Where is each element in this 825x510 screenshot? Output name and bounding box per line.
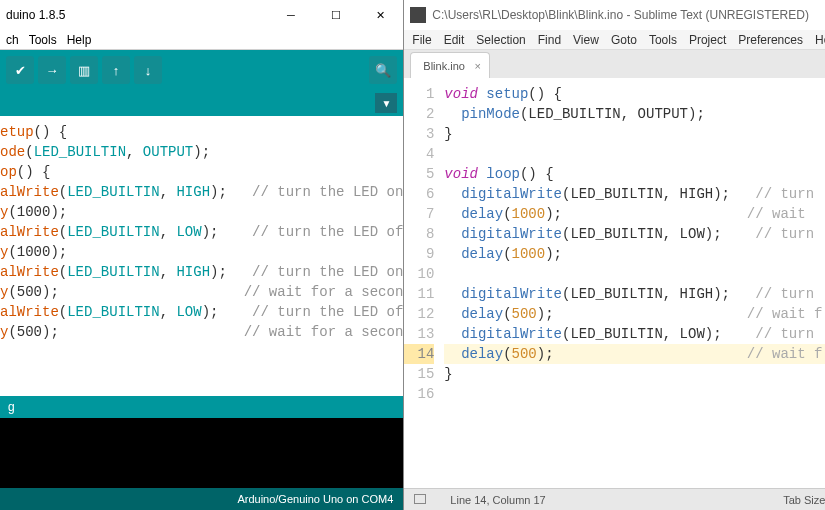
line-number[interactable]: 16 bbox=[404, 384, 434, 404]
tab-blink[interactable]: Blink.ino × bbox=[410, 52, 490, 78]
code-line[interactable] bbox=[444, 264, 825, 284]
line-number[interactable]: 5 bbox=[404, 164, 434, 184]
code-line[interactable]: } bbox=[444, 364, 825, 384]
line-number[interactable]: 12 bbox=[404, 304, 434, 324]
verify-button[interactable]: ✔ bbox=[6, 56, 34, 84]
tab-close-icon[interactable]: × bbox=[474, 60, 480, 72]
code-line[interactable]: ode(LED_BUILTIN, OUTPUT); bbox=[0, 142, 403, 162]
open-button[interactable]: ↑ bbox=[102, 56, 130, 84]
save-button[interactable]: ↓ bbox=[134, 56, 162, 84]
code-line[interactable]: alWrite(LED_BUILTIN, LOW); // turn the L… bbox=[0, 302, 403, 322]
menu-goto[interactable]: Goto bbox=[611, 33, 637, 47]
sublime-tabbar: Blink.ino × bbox=[404, 50, 825, 78]
code-line[interactable]: pinMode(LED_BUILTIN, OUTPUT); bbox=[444, 104, 825, 124]
code-line[interactable]: } bbox=[444, 124, 825, 144]
code-line[interactable]: delay(500); // wait f bbox=[444, 304, 825, 324]
arduino-footer: Arduino/Genuino Uno on COM4 bbox=[0, 488, 403, 510]
arduino-board-info: Arduino/Genuino Uno on COM4 bbox=[237, 493, 393, 505]
arduino-tabbar: ▼ bbox=[0, 90, 403, 116]
sublime-logo-icon bbox=[410, 7, 426, 23]
line-gutter[interactable]: 12345678910111213141516 bbox=[404, 78, 444, 488]
sublime-editor[interactable]: 12345678910111213141516 void setup() { p… bbox=[404, 78, 825, 488]
line-number[interactable]: 10 bbox=[404, 264, 434, 284]
arduino-toolbar: ✔ → ▥ ↑ ↓ 🔍 bbox=[0, 50, 403, 90]
close-icon[interactable]: ✕ bbox=[358, 0, 403, 30]
arduino-console[interactable] bbox=[0, 418, 403, 488]
menu-edit[interactable]: Edit bbox=[444, 33, 465, 47]
code-line[interactable]: y(500); // wait for a secon bbox=[0, 322, 403, 342]
sublime-titlebar[interactable]: C:\Users\RL\Desktop\Blink\Blink.ino - Su… bbox=[404, 0, 825, 30]
line-number[interactable]: 9 bbox=[404, 244, 434, 264]
arduino-window: duino 1.8.5 ─ ☐ ✕ chToolsHelp ✔ → ▥ ↑ ↓ … bbox=[0, 0, 404, 510]
minimize-icon[interactable]: ─ bbox=[268, 0, 313, 30]
menu-preferences[interactable]: Preferences bbox=[738, 33, 803, 47]
code-line[interactable]: void loop() { bbox=[444, 164, 825, 184]
menu-view[interactable]: View bbox=[573, 33, 599, 47]
sublime-statusbar: Line 14, Column 17 Tab Size: 4 bbox=[404, 488, 825, 510]
code-line[interactable]: alWrite(LED_BUILTIN, HIGH); // turn the … bbox=[0, 182, 403, 202]
code-line[interactable]: y(1000); bbox=[0, 202, 403, 222]
code-line[interactable] bbox=[444, 384, 825, 404]
upload-button[interactable]: → bbox=[38, 56, 66, 84]
menu-tools[interactable]: Tools bbox=[649, 33, 677, 47]
code-line[interactable]: y(1000); bbox=[0, 242, 403, 262]
code-line[interactable]: digitalWrite(LED_BUILTIN, HIGH); // turn bbox=[444, 184, 825, 204]
sublime-title: C:\Users\RL\Desktop\Blink\Blink.ino - Su… bbox=[432, 8, 825, 22]
code-line[interactable] bbox=[444, 144, 825, 164]
line-number[interactable]: 3 bbox=[404, 124, 434, 144]
line-number[interactable]: 13 bbox=[404, 324, 434, 344]
arduino-statusbar: g bbox=[0, 396, 403, 418]
tab-size[interactable]: Tab Size: 4 bbox=[783, 494, 825, 506]
menu-find[interactable]: Find bbox=[538, 33, 561, 47]
arduino-titlebar[interactable]: duino 1.8.5 ─ ☐ ✕ bbox=[0, 0, 403, 30]
line-number[interactable]: 8 bbox=[404, 224, 434, 244]
code-line[interactable]: delay(1000); // wait bbox=[444, 204, 825, 224]
tab-label: Blink.ino bbox=[423, 60, 465, 72]
arduino-title: duino 1.8.5 bbox=[6, 8, 268, 22]
line-number[interactable]: 6 bbox=[404, 184, 434, 204]
arduino-editor[interactable]: etup() {ode(LED_BUILTIN, OUTPUT);op() {a… bbox=[0, 116, 403, 396]
code-line[interactable]: void setup() { bbox=[444, 84, 825, 104]
menu-ch[interactable]: ch bbox=[6, 33, 19, 47]
code-line[interactable]: delay(500); // wait f bbox=[444, 344, 825, 364]
sublime-window: C:\Users\RL\Desktop\Blink\Blink.ino - Su… bbox=[404, 0, 825, 510]
line-number[interactable]: 1 bbox=[404, 84, 434, 104]
menu-help[interactable]: Help bbox=[67, 33, 92, 47]
code-line[interactable]: etup() { bbox=[0, 122, 403, 142]
code-line[interactable]: alWrite(LED_BUILTIN, HIGH); // turn the … bbox=[0, 262, 403, 282]
menu-help[interactable]: Help bbox=[815, 33, 825, 47]
sublime-menubar: FileEditSelectionFindViewGotoToolsProjec… bbox=[404, 30, 825, 50]
arduino-status-text: g bbox=[8, 400, 15, 414]
line-number[interactable]: 2 bbox=[404, 104, 434, 124]
code-line[interactable]: y(500); // wait for a secon bbox=[0, 282, 403, 302]
arduino-menubar: chToolsHelp bbox=[0, 30, 403, 50]
line-number[interactable]: 14 bbox=[404, 344, 434, 364]
cursor-position[interactable]: Line 14, Column 17 bbox=[450, 494, 545, 506]
tab-menu-button[interactable]: ▼ bbox=[375, 93, 397, 113]
line-number[interactable]: 7 bbox=[404, 204, 434, 224]
line-number[interactable]: 4 bbox=[404, 144, 434, 164]
serial-monitor-button[interactable]: 🔍 bbox=[369, 56, 397, 84]
line-number[interactable]: 11 bbox=[404, 284, 434, 304]
maximize-icon[interactable]: ☐ bbox=[313, 0, 358, 30]
new-button[interactable]: ▥ bbox=[70, 56, 98, 84]
panel-switcher-icon[interactable] bbox=[414, 494, 432, 506]
code-line[interactable]: alWrite(LED_BUILTIN, LOW); // turn the L… bbox=[0, 222, 403, 242]
code-line[interactable]: digitalWrite(LED_BUILTIN, LOW); // turn bbox=[444, 224, 825, 244]
menu-project[interactable]: Project bbox=[689, 33, 726, 47]
menu-tools[interactable]: Tools bbox=[29, 33, 57, 47]
menu-file[interactable]: File bbox=[412, 33, 431, 47]
code-line[interactable]: delay(1000); bbox=[444, 244, 825, 264]
code-line[interactable]: digitalWrite(LED_BUILTIN, LOW); // turn bbox=[444, 324, 825, 344]
code-area[interactable]: void setup() { pinMode(LED_BUILTIN, OUTP… bbox=[444, 78, 825, 488]
code-line[interactable]: digitalWrite(LED_BUILTIN, HIGH); // turn bbox=[444, 284, 825, 304]
line-number[interactable]: 15 bbox=[404, 364, 434, 384]
code-line[interactable]: op() { bbox=[0, 162, 403, 182]
menu-selection[interactable]: Selection bbox=[476, 33, 525, 47]
